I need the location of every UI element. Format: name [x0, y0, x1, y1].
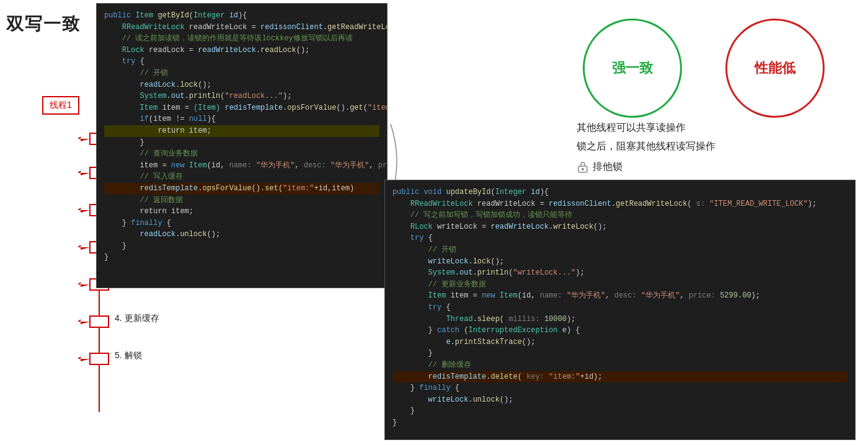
flow-step-5: 5. 解锁: [115, 350, 142, 361]
exclusive-lock-text: 排他锁: [593, 161, 622, 174]
write-code-panel: public void updateById(Integer id){ RRea…: [384, 180, 856, 440]
exclusive-lock-label: 排他锁: [577, 160, 622, 174]
block-write-text: 锁之后，阻塞其他线程读写操作: [577, 136, 715, 156]
lock-icon: [577, 160, 589, 174]
flow-step-4: 4. 更新缓存: [115, 313, 159, 324]
svg-marker-12: [78, 319, 90, 324]
read-code-panel: public Item getById(Integer id){ RReadWr…: [96, 3, 388, 288]
svg-marker-8: [78, 245, 90, 250]
svg-rect-13: [90, 353, 108, 364]
svg-marker-2: [78, 136, 90, 141]
svg-marker-10: [78, 282, 90, 287]
svg-marker-14: [78, 356, 90, 361]
double-write-title: 双写一致: [6, 12, 81, 36]
svg-point-17: [582, 168, 584, 170]
svg-marker-4: [78, 170, 90, 175]
shared-read-text: 其他线程可以共享读操作: [577, 118, 686, 138]
svg-rect-11: [90, 316, 108, 327]
circle-perf-low: 性能低: [725, 19, 825, 118]
svg-marker-6: [78, 208, 90, 213]
circle-strong-consistent: 强一致: [583, 19, 682, 118]
thread-box: 线程1: [42, 96, 79, 115]
